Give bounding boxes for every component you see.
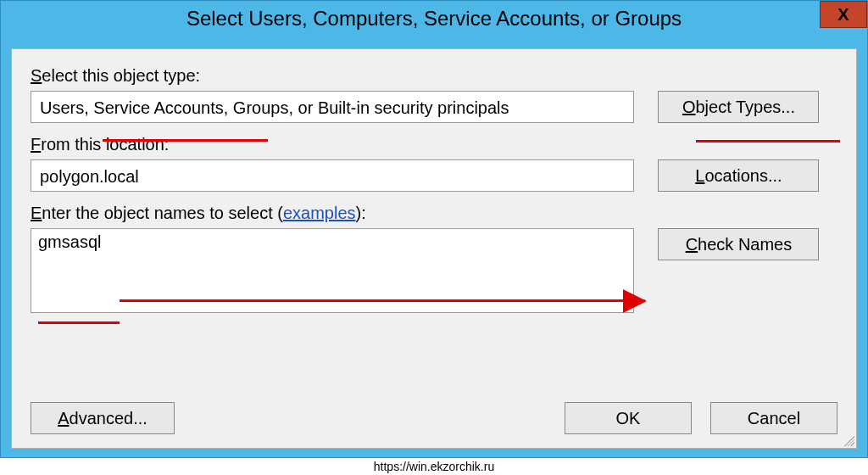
resize-grip-icon[interactable] — [841, 433, 854, 446]
close-icon: X — [837, 5, 849, 25]
location-label: From this location: — [31, 135, 837, 154]
location-section: From this location: polygon.local Locati… — [31, 135, 837, 192]
advanced-button[interactable]: Advanced... — [31, 402, 175, 434]
object-names-label: Enter the object names to select (exampl… — [31, 204, 837, 223]
object-types-button[interactable]: Object Types... — [658, 91, 819, 123]
titlebar: Select Users, Computers, Service Account… — [1, 1, 867, 36]
location-value: polygon.local — [31, 159, 634, 192]
object-type-value: Users, Service Accounts, Groups, or Buil… — [31, 91, 634, 123]
footer-url: https://win.ekzorchik.ru — [0, 460, 868, 473]
object-names-section: Enter the object names to select (exampl… — [31, 204, 837, 313]
dialog-window: Select Users, Computers, Service Account… — [0, 0, 868, 458]
object-names-input[interactable] — [31, 228, 634, 313]
ok-button[interactable]: OK — [565, 402, 692, 434]
dialog-client-area: Select this object type: Users, Service … — [11, 48, 857, 449]
object-type-section: Select this object type: Users, Service … — [31, 66, 837, 123]
window-title: Select Users, Computers, Service Account… — [186, 7, 682, 31]
cancel-button[interactable]: Cancel — [710, 402, 837, 434]
close-button[interactable]: X — [820, 1, 867, 28]
dialog-bottom-buttons: Advanced... OK Cancel — [31, 402, 837, 434]
locations-button[interactable]: Locations... — [658, 159, 819, 192]
examples-link[interactable]: examples — [283, 204, 356, 222]
check-names-button[interactable]: Check Names — [658, 228, 819, 260]
object-type-label: Select this object type: — [31, 66, 837, 86]
